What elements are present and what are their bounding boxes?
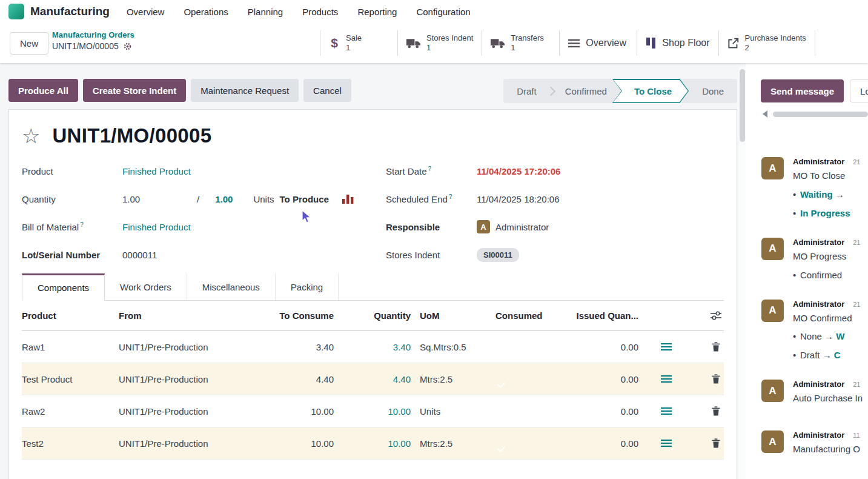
log-note-button[interactable]: Lo: [850, 79, 868, 102]
gear-icon[interactable]: [123, 42, 132, 51]
cell-uom[interactable]: Sq.Mtrs:0.5: [411, 342, 485, 352]
avatar: A: [477, 220, 490, 233]
maintenance-request-button[interactable]: Maintenance Request: [191, 79, 299, 102]
cell-quantity[interactable]: 10.00: [334, 438, 411, 449]
breadcrumb-current: UNIT1/MO/00005: [52, 41, 134, 51]
start-date-value[interactable]: 11/04/2025 17:20:06: [477, 166, 560, 176]
status-step-done[interactable]: Done: [689, 79, 737, 103]
menu-operations[interactable]: Operations: [184, 7, 228, 17]
menu-reporting[interactable]: Reporting: [357, 7, 397, 17]
quantity-total[interactable]: 1.00: [215, 194, 233, 204]
produce-all-button[interactable]: Produce All: [8, 79, 78, 102]
cell-quantity[interactable]: 10.00: [334, 406, 411, 417]
app-logo-icon[interactable]: [8, 4, 24, 19]
cell-to-consume[interactable]: 10.00: [254, 438, 334, 449]
message-author: Administrator: [793, 300, 844, 309]
cell-quantity[interactable]: 4.40: [334, 374, 411, 384]
menu-configuration[interactable]: Configuration: [416, 7, 470, 17]
trash-icon[interactable]: [712, 438, 720, 448]
cell-uom[interactable]: Mtrs:2.5: [411, 374, 485, 384]
cell-product[interactable]: Test2: [22, 438, 119, 449]
cell-from[interactable]: UNIT1/Pre-Production: [119, 374, 254, 384]
col-header-quantity[interactable]: Quantity: [334, 310, 411, 321]
breadcrumb-parent[interactable]: Manufacturing Orders: [52, 30, 134, 39]
control-panel: New Manufacturing Orders UNIT1/MO/00005 …: [0, 23, 868, 63]
scheduled-end-value[interactable]: 11/04/2025 18:20:06: [477, 194, 560, 204]
tab-components[interactable]: Components: [22, 273, 105, 301]
col-header-from[interactable]: From: [119, 310, 254, 321]
status-step-to-close[interactable]: To Close: [612, 79, 689, 103]
avatar: A: [761, 430, 784, 453]
lot-value[interactable]: 0000011: [122, 250, 157, 260]
menu-products[interactable]: Products: [302, 7, 338, 17]
cell-issued[interactable]: 0.00: [566, 438, 638, 449]
smart-button-purchase-indents[interactable]: Purchase Indents 2: [718, 30, 815, 56]
status-step-draft[interactable]: Draft: [503, 79, 550, 103]
new-button[interactable]: New: [10, 32, 48, 55]
top-nav: Manufacturing Overview Operations Planni…: [0, 0, 868, 23]
responsible-value[interactable]: Administrator: [495, 222, 549, 232]
chart-icon[interactable]: [342, 195, 354, 204]
vertical-scrollbar[interactable]: [738, 67, 746, 479]
cell-issued[interactable]: 0.00: [566, 406, 638, 417]
list-details-icon[interactable]: [661, 439, 672, 447]
trash-icon[interactable]: [712, 342, 720, 352]
list-details-icon[interactable]: [661, 375, 672, 383]
tab-miscellaneous[interactable]: Miscellaneous: [187, 273, 276, 300]
trash-icon[interactable]: [712, 406, 720, 416]
list-details-icon[interactable]: [661, 343, 672, 351]
smart-button-transfers[interactable]: Transfers 1: [482, 30, 559, 56]
chatter-message: A Administrator 21 MO Confirmed None → W…: [761, 300, 868, 365]
send-message-button[interactable]: Send message: [761, 79, 844, 102]
smart-button-stores-indent[interactable]: Stores Indent 1: [397, 30, 482, 56]
app-name[interactable]: Manufacturing: [30, 5, 110, 18]
col-header-to-consume[interactable]: To Consume: [254, 310, 334, 321]
stores-indent-badge[interactable]: SI00011: [477, 248, 519, 262]
cell-issued[interactable]: 0.00: [566, 374, 638, 384]
cell-uom[interactable]: Units: [411, 406, 485, 417]
cell-to-consume[interactable]: 10.00: [254, 406, 334, 417]
cell-quantity[interactable]: 3.40: [334, 342, 411, 352]
cell-to-consume[interactable]: 4.40: [254, 374, 334, 384]
cell-from[interactable]: UNIT1/Pre-Production: [119, 406, 254, 417]
optional-columns-icon[interactable]: [711, 311, 721, 320]
table-row[interactable]: Test2 UNIT1/Pre-Production 10.00 10.00 M…: [22, 427, 724, 460]
cell-product[interactable]: Raw2: [22, 406, 119, 417]
field-lot-serial: Lot/Serial Number 0000011: [22, 241, 364, 269]
table-row[interactable]: Raw2 UNIT1/Pre-Production 10.00 10.00 Un…: [22, 395, 724, 427]
cell-from[interactable]: UNIT1/Pre-Production: [119, 438, 254, 449]
table-row[interactable]: Raw1 UNIT1/Pre-Production 3.40 3.40 Sq.M…: [22, 331, 724, 363]
smart-button-shop-floor[interactable]: Shop Floor: [637, 30, 718, 56]
col-header-product[interactable]: Product: [22, 310, 119, 321]
bom-link[interactable]: Finished Product: [122, 222, 191, 232]
arrow-left-icon[interactable]: [763, 110, 767, 118]
table-row[interactable]: Test Product UNIT1/Pre-Production 4.40 4…: [22, 363, 724, 395]
product-link[interactable]: Finished Product: [122, 166, 191, 176]
scrollbar-thumb[interactable]: [740, 69, 745, 142]
cell-product[interactable]: Raw1: [22, 342, 119, 352]
trash-icon[interactable]: [712, 374, 720, 384]
components-table-header: Product From To Consume Quantity UoM Con…: [22, 301, 724, 331]
cell-from[interactable]: UNIT1/Pre-Production: [119, 342, 254, 352]
col-header-uom[interactable]: UoM: [411, 310, 485, 321]
tab-packing[interactable]: Packing: [276, 273, 339, 300]
cancel-button[interactable]: Cancel: [303, 79, 351, 102]
cell-uom[interactable]: Mtrs:2.5: [411, 438, 485, 449]
status-step-confirmed[interactable]: Confirmed: [552, 79, 620, 103]
col-header-consumed[interactable]: Consumed: [485, 310, 566, 321]
list-details-icon[interactable]: [661, 407, 672, 415]
cell-to-consume[interactable]: 3.40: [254, 342, 334, 352]
menu-planning[interactable]: Planning: [248, 7, 283, 17]
col-header-issued[interactable]: Issued Quan...: [566, 310, 638, 321]
message-time: 21: [853, 301, 860, 308]
favorite-star-icon[interactable]: ☆: [22, 126, 40, 146]
cell-issued[interactable]: 0.00: [566, 342, 638, 352]
scrollbar-thumb[interactable]: [773, 112, 868, 117]
create-store-indent-button[interactable]: Create Store Indent: [83, 79, 186, 102]
smart-button-overview[interactable]: Overview: [559, 30, 637, 56]
quantity-produced[interactable]: 1.00: [122, 194, 197, 204]
smart-button-sale[interactable]: $ Sale 1: [320, 30, 397, 56]
menu-overview[interactable]: Overview: [127, 7, 165, 17]
cell-product[interactable]: Test Product: [22, 374, 119, 384]
tab-work-orders[interactable]: Work Orders: [105, 273, 187, 300]
